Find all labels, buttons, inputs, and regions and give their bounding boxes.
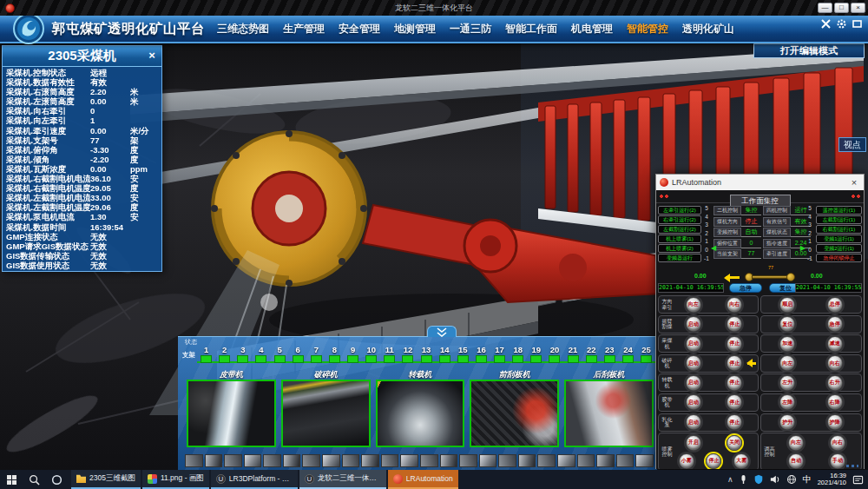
- support-cell[interactable]: 3: [233, 344, 252, 367]
- control-button[interactable]: 护升: [779, 414, 795, 430]
- status-lamp[interactable]: 机上喷雾(2): [658, 244, 701, 253]
- support-cell[interactable]: 4: [252, 344, 270, 367]
- status-lamp[interactable]: 遥控器运行(1): [816, 206, 862, 215]
- estop-button[interactable]: 急停: [729, 283, 762, 293]
- support-cell[interactable]: 5: [271, 344, 289, 367]
- control-button[interactable]: 小雾: [679, 453, 694, 469]
- control-button[interactable]: 启动: [686, 336, 701, 352]
- camera-thumbnail[interactable]: [376, 380, 465, 447]
- status-lamp[interactable]: 左截割运行(1): [816, 215, 862, 224]
- support-cell[interactable]: 10: [362, 344, 380, 367]
- maximize-button[interactable]: □: [834, 3, 849, 13]
- support-cell[interactable]: 21: [564, 344, 582, 367]
- control-button[interactable]: 停止: [727, 355, 742, 371]
- network-globe-icon[interactable]: [786, 474, 797, 485]
- control-button[interactable]: 右升: [827, 375, 843, 391]
- status-lamp[interactable]: 右牵引运行(2): [658, 215, 701, 224]
- filmstrip-thumb[interactable]: [537, 454, 556, 467]
- camera-thumbnail[interactable]: [281, 380, 371, 447]
- support-cell[interactable]: 23: [601, 344, 619, 367]
- status-lamp[interactable]: 左截割运行(2): [658, 225, 701, 234]
- filmstrip-thumb[interactable]: [518, 454, 536, 467]
- lr-close-icon[interactable]: ×: [848, 177, 860, 188]
- support-cell[interactable]: 14: [436, 344, 454, 367]
- filmstrip-thumb[interactable]: [302, 454, 320, 467]
- support-cell[interactable]: 19: [527, 344, 545, 367]
- control-button[interactable]: 向右: [827, 355, 843, 371]
- status-lamp[interactable]: 变频2运行(1): [816, 244, 862, 253]
- control-button[interactable]: 护降: [827, 414, 843, 430]
- nav-item[interactable]: 智能工作面: [498, 22, 564, 36]
- support-cell[interactable]: 1: [197, 344, 215, 367]
- close-button[interactable]: ×: [851, 3, 865, 13]
- camera-thumbnail[interactable]: [470, 380, 559, 447]
- control-button[interactable]: 开启: [686, 435, 701, 451]
- control-button[interactable]: 向左: [686, 297, 701, 313]
- filmstrip-thumb[interactable]: [185, 454, 203, 467]
- filmstrip-thumb[interactable]: [400, 454, 418, 467]
- status-lamp[interactable]: 急停闭锁停止: [816, 254, 862, 262]
- taskbar-task[interactable]: 龙软二三维一体化...: [299, 470, 386, 489]
- taskbar-task[interactable]: 11.png - 画图: [142, 470, 209, 489]
- taskbar-task[interactable]: LRAutomation: [388, 470, 458, 489]
- filmstrip-thumb[interactable]: [322, 454, 340, 467]
- filmstrip-thumb[interactable]: [224, 454, 242, 467]
- control-button[interactable]: 总停: [827, 297, 843, 313]
- status-lamp[interactable]: 机上喷雾(1): [658, 235, 701, 243]
- filmstrip-thumb[interactable]: [596, 454, 615, 467]
- control-button[interactable]: 减速: [827, 336, 843, 352]
- tools-icon[interactable]: [820, 18, 832, 30]
- collapse-chevron-button[interactable]: [427, 326, 457, 337]
- taskbar-task[interactable]: LR3DPlatform - U...: [211, 470, 298, 489]
- camera-thumbnail[interactable]: [564, 380, 654, 447]
- support-cell[interactable]: 18: [509, 344, 527, 367]
- filmstrip-thumb[interactable]: [440, 454, 458, 467]
- filmstrip-thumb[interactable]: [361, 454, 379, 467]
- filmstrip-thumb[interactable]: [244, 454, 262, 467]
- nav-item[interactable]: 透明化矿山: [675, 22, 741, 36]
- support-cell[interactable]: 15: [454, 344, 472, 367]
- usb-device-icon[interactable]: [740, 474, 747, 485]
- control-button[interactable]: 关闭: [727, 435, 742, 451]
- edit-mode-button[interactable]: 打开编辑模式: [753, 43, 865, 58]
- support-cell[interactable]: 24: [619, 344, 637, 367]
- support-cell[interactable]: 6: [289, 344, 307, 367]
- speaker-icon[interactable]: [770, 474, 780, 485]
- control-button[interactable]: 停止: [727, 336, 742, 352]
- security-shield-icon[interactable]: [753, 474, 764, 485]
- minimize-button[interactable]: —: [818, 3, 832, 13]
- filmstrip-thumb[interactable]: [459, 454, 477, 467]
- control-button[interactable]: 停止: [727, 375, 742, 391]
- filmstrip-thumb[interactable]: [557, 454, 575, 467]
- filmstrip-thumb[interactable]: [263, 454, 281, 467]
- support-cell[interactable]: 22: [582, 344, 601, 367]
- filmstrip-thumb[interactable]: [205, 454, 223, 467]
- control-button[interactable]: 启动: [686, 316, 701, 332]
- camera-thumbnail[interactable]: [187, 380, 276, 447]
- start-button[interactable]: [0, 470, 23, 489]
- control-button[interactable]: 加速: [779, 336, 795, 352]
- search-button[interactable]: [23, 470, 45, 489]
- action-center-icon[interactable]: [852, 474, 864, 486]
- control-button[interactable]: 停止: [727, 394, 742, 410]
- support-cell[interactable]: 9: [344, 344, 362, 367]
- tab-workface-control[interactable]: 工作面集控: [730, 195, 791, 206]
- control-button[interactable]: 急停: [827, 316, 843, 332]
- control-button[interactable]: 停止: [706, 453, 721, 469]
- filmstrip-thumb[interactable]: [479, 454, 497, 467]
- control-button[interactable]: 停止: [727, 316, 742, 332]
- clock[interactable]: 16:39 2021/4/10: [818, 472, 846, 486]
- filmstrip-thumb[interactable]: [283, 454, 301, 467]
- viewpoint-tab[interactable]: 视点: [838, 137, 866, 152]
- cortana-button[interactable]: [45, 470, 68, 489]
- filmstrip-thumb[interactable]: [381, 454, 399, 467]
- filmstrip-thumb[interactable]: [616, 454, 635, 467]
- support-cell[interactable]: 17: [490, 344, 509, 367]
- control-button[interactable]: 手动: [830, 453, 845, 469]
- nav-item[interactable]: 安全管理: [332, 22, 387, 36]
- tray-expand-icon[interactable]: ∧: [727, 475, 733, 484]
- filmstrip-thumb[interactable]: [420, 454, 438, 467]
- ime-indicator[interactable]: 中: [803, 473, 812, 486]
- nav-item[interactable]: 生产管理: [276, 22, 332, 36]
- nav-item[interactable]: 智能管控: [620, 22, 675, 36]
